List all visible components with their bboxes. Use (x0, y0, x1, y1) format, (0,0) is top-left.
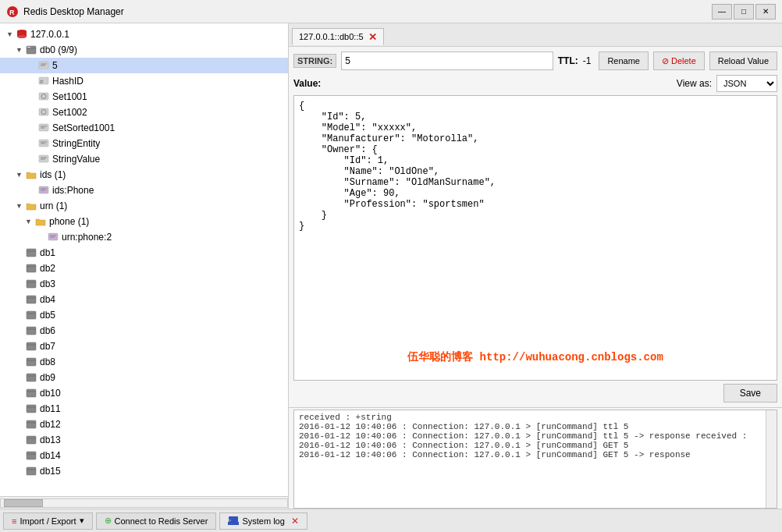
db7-node[interactable]: db7 (0, 339, 288, 354)
key-5-node[interactable]: 5 (0, 58, 288, 73)
db11-node[interactable]: db11 (0, 401, 288, 417)
import-export-dropdown-icon: ▾ (80, 516, 84, 526)
db0-toggle[interactable]: ▼ (16, 46, 25, 54)
key-stringvalue-node[interactable]: StringValue (0, 151, 288, 167)
db6-node[interactable]: db6 (0, 323, 288, 339)
db7-label: db7 (40, 341, 55, 352)
tree-area[interactable]: ▼ 127.0.0.1 ▼ (0, 23, 288, 496)
view-as-select[interactable]: JSON Plain Text Binary (716, 75, 777, 92)
svg-rect-47 (27, 358, 36, 366)
stringvalue-key-icon (37, 154, 50, 165)
key-input[interactable] (341, 51, 553, 70)
db1-node[interactable]: db1 (0, 245, 288, 261)
key-hashid-node[interactable]: # HashID (0, 73, 288, 89)
urn-toggle[interactable]: ▼ (16, 202, 25, 210)
save-button[interactable]: Save (723, 384, 777, 403)
key-stringentity-label: StringEntity (52, 138, 100, 149)
connect-button[interactable]: ⊕ Connect to Redis Server (96, 512, 217, 530)
svg-rect-33 (27, 249, 36, 257)
urn-phone-label: urn:phone:2 (62, 232, 112, 243)
db0-node[interactable]: ▼ db0 (9/9) (0, 42, 288, 58)
db3-node[interactable]: db3 (0, 276, 288, 292)
db14-label: db14 (40, 450, 61, 461)
svg-rect-51 (27, 389, 36, 397)
db10-node[interactable]: db10 (0, 385, 288, 401)
db14-icon (25, 450, 37, 461)
stringentity-key-icon (37, 138, 50, 149)
svg-rect-55 (27, 420, 36, 428)
delete-button[interactable]: ⊘ Delete (653, 51, 705, 70)
db1-icon (25, 247, 37, 258)
log-scrollbar[interactable] (766, 410, 777, 508)
db2-node[interactable]: db2 (0, 261, 288, 276)
key-setsorted1001-node[interactable]: SetSorted1001 (0, 120, 288, 136)
log-line-4: 2016-01-12 10:40:06 : Connection: 127.0.… (299, 450, 772, 459)
db9-label: db9 (40, 372, 55, 383)
ids-phone-node[interactable]: ids:Phone (0, 183, 288, 198)
key-set1001-node[interactable]: Set1001 (0, 89, 288, 105)
tree-scrollbar[interactable] (0, 496, 288, 509)
maximize-button[interactable]: □ (734, 4, 754, 20)
svg-rect-41 (27, 311, 36, 319)
db14-node[interactable]: db14 (0, 448, 288, 463)
json-content: { "Id": 5, "Model": "xxxxx", "Manufactur… (299, 101, 772, 232)
urn-folder-node[interactable]: ▼ urn (1) (0, 198, 288, 214)
svg-rect-43 (27, 327, 36, 335)
db13-node[interactable]: db13 (0, 432, 288, 448)
db13-label: db13 (40, 434, 61, 445)
server-node[interactable]: ▼ 127.0.0.1 (0, 27, 288, 42)
db9-icon (25, 372, 37, 383)
key-set1002-node[interactable]: Set1002 (0, 105, 288, 120)
db5-node[interactable]: db5 (0, 307, 288, 323)
system-log-close-icon[interactable]: ✕ (291, 516, 299, 527)
svg-point-4 (17, 35, 27, 38)
db1-label: db1 (40, 247, 55, 258)
json-editor[interactable]: { "Id": 5, "Model": "xxxxx", "Manufactur… (293, 95, 777, 381)
db-icon (25, 44, 37, 55)
system-log-tab[interactable]: > System log ✕ (219, 512, 307, 530)
ids-phone-icon (37, 185, 50, 196)
db12-node[interactable]: db12 (0, 417, 288, 432)
log-content[interactable]: received : +string 2016-01-12 10:40:06 :… (293, 410, 777, 509)
ids-toggle[interactable]: ▼ (16, 171, 25, 179)
ids-folder-node[interactable]: ▼ ids (1) (0, 167, 288, 183)
urn-folder-label: urn (1) (40, 200, 67, 211)
phone-folder-node[interactable]: ▼ phone (1) (0, 214, 288, 229)
svg-rect-53 (27, 405, 36, 413)
right-panel: 127.0.0.1::db0::5 ✕ STRING: TTL: -1 Rena… (289, 23, 782, 509)
db11-label: db11 (40, 403, 61, 414)
db9-node[interactable]: db9 (0, 370, 288, 385)
view-as-controls: View as: JSON Plain Text Binary (677, 75, 777, 92)
db2-label: db2 (40, 263, 55, 274)
urn-phone-node[interactable]: urn:phone:2 (0, 229, 288, 245)
tab-close-icon[interactable]: ✕ (368, 31, 377, 43)
svg-point-7 (27, 47, 29, 48)
close-button[interactable]: ✕ (755, 4, 776, 20)
reload-button[interactable]: Reload Value (709, 51, 777, 70)
value-editor: STRING: TTL: -1 Rename ⊘ Delete Reload V… (289, 47, 782, 407)
type-label: STRING: (293, 54, 336, 68)
ids-phone-label: ids:Phone (52, 185, 94, 196)
content-area: ▼ 127.0.0.1 ▼ (0, 23, 782, 509)
db4-node[interactable]: db4 (0, 292, 288, 307)
svg-rect-37 (27, 280, 36, 288)
watermark: 伍华聪的博客 http://wuhuacong.cnblogs.com (407, 350, 663, 364)
svg-text:>: > (229, 518, 231, 523)
key-set1002-label: Set1002 (52, 107, 87, 118)
log-area: received : +string 2016-01-12 10:40:06 :… (289, 407, 782, 509)
rename-button[interactable]: Rename (599, 51, 649, 70)
log-line-2: 2016-01-12 10:40:06 : Connection: 127.0.… (299, 431, 772, 441)
key-stringentity-node[interactable]: StringEntity (0, 136, 288, 151)
log-line-0: received : +string (299, 413, 772, 422)
svg-rect-57 (27, 436, 36, 444)
db4-icon (25, 294, 37, 305)
server-toggle[interactable]: ▼ (6, 30, 16, 38)
db8-node[interactable]: db8 (0, 354, 288, 370)
db15-node[interactable]: db15 (0, 463, 288, 479)
bottom-bar: ≡ Import / Export ▾ ⊕ Connect to Redis S… (0, 509, 782, 532)
main-tab[interactable]: 127.0.0.1::db0::5 ✕ (292, 28, 384, 45)
phone-toggle[interactable]: ▼ (25, 218, 34, 225)
import-export-button[interactable]: ≡ Import / Export ▾ (3, 512, 93, 530)
set-key-icon (37, 91, 50, 102)
minimize-button[interactable]: — (712, 4, 732, 20)
